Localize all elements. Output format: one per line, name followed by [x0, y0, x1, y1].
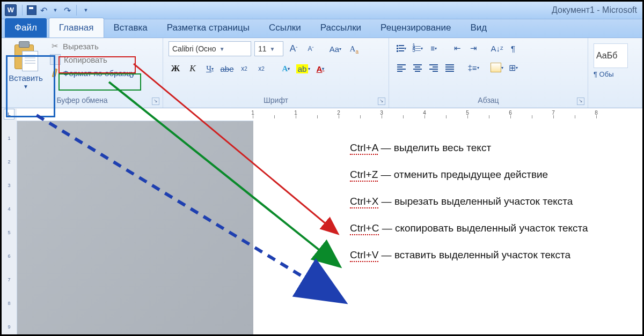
copy-icon — [50, 54, 61, 65]
document-page[interactable]: Ctrl+A — выделить весь текстCtrl+Z — отм… — [253, 121, 642, 334]
horizontal-ruler[interactable]: 112345678 — [17, 109, 642, 121]
increase-indent-button[interactable]: ⇥ — [466, 41, 480, 55]
subscript-button[interactable]: x2 — [237, 62, 251, 76]
italic-button[interactable]: К — [186, 62, 200, 76]
text-effects-button[interactable]: A▾ — [279, 62, 293, 76]
multilevel-button[interactable]: ≣▾ — [427, 41, 441, 55]
shortcut-line: Ctrl+A — выделить весь текст — [350, 142, 626, 154]
format-painter-label: Формат по образцу — [63, 69, 135, 78]
line-spacing-button[interactable]: ‡≡▾ — [466, 61, 480, 74]
qat-undo-dropdown[interactable]: ▼ — [49, 4, 61, 16]
sort-button[interactable]: A↓Z — [490, 41, 504, 55]
brush-icon — [50, 68, 60, 78]
qat-undo-button[interactable]: ↶ — [38, 4, 49, 16]
grow-font-button[interactable]: Aˆ — [287, 42, 301, 56]
tab-file[interactable]: Файл — [5, 18, 47, 38]
scissors-icon: ✂ — [50, 41, 60, 51]
clear-formatting-button[interactable]: Aa — [346, 42, 360, 56]
copy-button[interactable]: Копировать — [50, 54, 135, 65]
group-font-label: Шрифт ↘ — [163, 96, 389, 108]
paste-icon — [13, 41, 38, 71]
ribbon: Вставить ▼ ✂ Вырезать Копировать Формат … — [2, 38, 642, 108]
margin-area — [17, 109, 253, 334]
borders-button[interactable]: ⊞▾ — [506, 61, 520, 74]
numbering-button[interactable]: 1—2—3—▾ — [411, 41, 425, 55]
font-size-combo[interactable]: 11▼ — [254, 41, 283, 56]
format-painter-button[interactable]: Формат по образцу — [50, 68, 135, 78]
tab-page-layout[interactable]: Разметка страницы — [157, 18, 259, 38]
cut-label: Вырезать — [63, 42, 99, 51]
align-left-button[interactable] — [394, 61, 408, 74]
title-bar: W ↶ ▼ ↷ ▼ Документ1 - Microsoft — [2, 2, 642, 19]
font-name-combo[interactable]: Calibri (Осно▼ — [169, 41, 251, 56]
qat-redo-button[interactable]: ↷ — [61, 4, 73, 16]
align-center-button[interactable] — [411, 61, 425, 74]
tab-view[interactable]: Вид — [460, 18, 496, 38]
style-normal-tile[interactable]: АаБб — [594, 43, 628, 68]
group-paragraph: ▾ 1—2—3—▾ ≣▾ ⇤ ⇥ A↓Z ¶ ‡≡▾ — [389, 38, 588, 108]
document-area: L 123456789 112345678 Ctrl+A — выделить … — [2, 109, 642, 334]
group-styles-label — [588, 96, 642, 108]
document-title: Документ1 - Microsoft — [552, 5, 639, 15]
font-launcher[interactable]: ↘ — [378, 98, 385, 105]
tab-insert[interactable]: Вставка — [104, 18, 157, 38]
clipboard-launcher[interactable]: ↘ — [152, 98, 159, 105]
shrink-font-button[interactable]: Aˇ — [304, 42, 318, 56]
show-marks-button[interactable]: ¶ — [506, 41, 520, 55]
bullets-button[interactable]: ▾ — [394, 41, 408, 55]
paragraph-launcher[interactable]: ↘ — [577, 98, 584, 105]
strikethrough-button[interactable]: abe — [220, 62, 234, 76]
bold-button[interactable]: Ж — [169, 62, 182, 76]
tab-home[interactable]: Главная — [49, 18, 104, 38]
qat-customize-button[interactable]: ▼ — [80, 4, 92, 16]
align-right-button[interactable] — [427, 61, 441, 74]
group-clipboard: Вставить ▼ ✂ Вырезать Копировать Формат … — [2, 38, 163, 108]
underline-button[interactable]: Ч▾ — [203, 62, 217, 76]
shortcut-line: Ctrl+V — вставить выделенный участок тек… — [350, 249, 626, 261]
group-paragraph-label: Абзац ↘ — [389, 96, 588, 108]
group-styles: АаБб ¶ Обы — [588, 38, 642, 108]
shading-button[interactable]: ▾ — [490, 61, 504, 74]
superscript-button[interactable]: x2 — [254, 62, 268, 76]
word-app-icon[interactable]: W — [5, 4, 17, 16]
ribbon-tabs: Файл Главная Вставка Разметка страницы С… — [2, 19, 642, 38]
tab-selector-icon[interactable]: L — [4, 109, 14, 120]
style-normal-label: ¶ Обы — [594, 70, 614, 78]
paste-button[interactable]: Вставить ▼ — [6, 41, 46, 89]
copy-label: Копировать — [64, 55, 107, 64]
tab-references[interactable]: Ссылки — [259, 18, 311, 38]
tab-review[interactable]: Рецензирование — [371, 18, 460, 38]
qat-save-button[interactable] — [26, 4, 38, 16]
group-font: Calibri (Осно▼ 11▼ Aˆ Aˇ Aa▾ Aa Ж К Ч▾ a… — [163, 38, 389, 108]
vertical-ruler[interactable]: L 123456789 — [2, 109, 17, 334]
tab-mailings[interactable]: Рассылки — [311, 18, 371, 38]
font-color-button[interactable]: A▾ — [313, 62, 327, 76]
shortcut-line: Ctrl+Z — отменить предыдущее действие — [350, 169, 626, 181]
paste-label: Вставить — [9, 73, 43, 83]
shortcut-line: Ctrl+C — скопировать выделенный участок … — [350, 222, 626, 234]
group-clipboard-label: Буфер обмена ↘ — [2, 96, 163, 108]
highlight-button[interactable]: ab▾ — [296, 62, 310, 76]
shortcut-line: Ctrl+X — вырезать выделенный участок тек… — [350, 196, 626, 207]
change-case-button[interactable]: Aa▾ — [328, 42, 342, 56]
cut-button[interactable]: ✂ Вырезать — [50, 41, 135, 51]
paste-dropdown-icon[interactable]: ▼ — [23, 84, 28, 89]
justify-button[interactable] — [443, 61, 457, 74]
decrease-indent-button[interactable]: ⇤ — [450, 41, 464, 55]
